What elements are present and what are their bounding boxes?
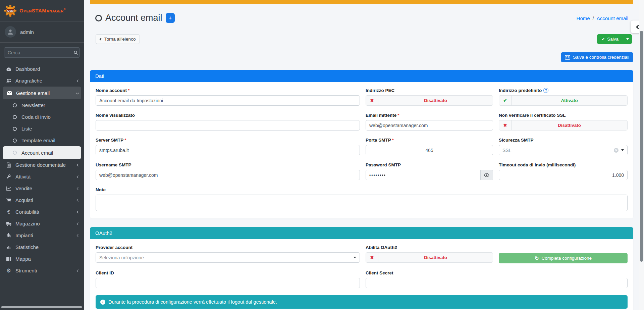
- sidebar-item-template-email[interactable]: Template email: [0, 135, 84, 146]
- circle-icon: [11, 139, 19, 143]
- nome-visualizzato-input[interactable]: [96, 120, 360, 131]
- save-and-check-credentials-button[interactable]: Salva e controlla credenziali: [561, 52, 633, 62]
- password-smtp-input[interactable]: [366, 170, 480, 180]
- sidebar-item-label: Mappa: [15, 256, 31, 262]
- chevron-left-icon: [77, 199, 79, 201]
- breadcrumb-current-link[interactable]: Account email: [597, 15, 628, 21]
- sidebar-item-magazzino[interactable]: Magazzino: [0, 218, 84, 229]
- sidebar-item-liste[interactable]: Liste: [0, 123, 84, 135]
- complete-configuration-button[interactable]: ↻ Completa configurazione: [499, 253, 628, 263]
- field-porta-smtp: Porta SMTP*: [366, 138, 493, 155]
- user-name: admin: [20, 29, 34, 35]
- brand[interactable]: OSM OpenSTAManager®: [0, 0, 84, 21]
- sicurezza-smtp-select[interactable]: SSL ✕: [499, 145, 628, 155]
- sidebar-item-account-email[interactable]: Account email: [3, 146, 81, 159]
- wrench-icon: [5, 174, 13, 179]
- selected-option-label: SSL: [502, 148, 511, 153]
- field-sicurezza-smtp: Sicurezza SMTP SSL ✕: [499, 138, 628, 155]
- search-input[interactable]: [4, 48, 72, 57]
- toggle-state-label: Disattivato: [378, 253, 493, 262]
- breadcrumb-home-link[interactable]: Home: [577, 15, 590, 21]
- field-indirizzo-predefinito: Indirizzo predefinito? ✔ Attivato: [499, 88, 628, 106]
- sidebar-item-label: Newsletter: [21, 102, 45, 108]
- sidebar-menu: DashboardAnagraficheGestione emailNewsle…: [0, 61, 84, 278]
- vertical-scrollbar-track[interactable]: [639, 0, 644, 310]
- sidebar-item-impianti[interactable]: Impianti: [0, 229, 84, 241]
- nome-account-input[interactable]: [96, 95, 360, 106]
- clear-selection-icon[interactable]: ✕: [614, 148, 619, 153]
- search-button[interactable]: [72, 48, 79, 57]
- note-textarea[interactable]: [96, 195, 628, 211]
- field-email-mittente: Email mittente*: [366, 113, 493, 131]
- caret-down-icon: [626, 38, 629, 40]
- required-asterisk: *: [397, 113, 399, 118]
- sidebar-item-label: Gestione email: [16, 90, 50, 96]
- porta-smtp-input[interactable]: [366, 145, 493, 155]
- cart-icon: [5, 198, 13, 203]
- field-note: Note: [96, 187, 628, 212]
- sidebar-item-coda-di-invio[interactable]: Coda di invio: [0, 111, 84, 123]
- field-nome-account: Nome account*: [96, 88, 360, 106]
- sidebar-item-contabilita[interactable]: €Contabilità: [0, 206, 84, 218]
- circle-icon: [11, 115, 19, 119]
- timeout-input[interactable]: [499, 170, 628, 180]
- chevron-left-icon: [77, 79, 79, 82]
- field-non-verificare-ssl: Non verificare il certificato SSL ✖ Disa…: [499, 113, 628, 131]
- client-secret-input[interactable]: [366, 278, 628, 288]
- field-provider-account: Provider account Seleziona un'opzione: [96, 245, 360, 263]
- sidebar-item-strumenti[interactable]: ⚙Strumenti: [0, 265, 84, 276]
- user-panel[interactable]: admin: [0, 21, 84, 43]
- server-smtp-input[interactable]: [96, 145, 360, 155]
- sidebar-item-statistiche[interactable]: Statistiche: [0, 241, 84, 253]
- required-asterisk: *: [124, 138, 126, 143]
- caret-down-icon: [354, 257, 356, 258]
- eye-icon: [484, 173, 489, 177]
- username-smtp-input[interactable]: [96, 170, 360, 180]
- oauth2-panel-header: OAuth2: [90, 227, 633, 239]
- vertical-scrollbar-thumb[interactable]: [640, 31, 643, 262]
- sidebar-item-attivita[interactable]: Attività: [0, 171, 84, 183]
- field-password-smtp: Password SMTP: [366, 162, 493, 180]
- breadcrumb-separator: /: [593, 15, 594, 21]
- breadcrumb: Home / Account email: [577, 15, 628, 21]
- email-mittente-input[interactable]: [366, 120, 493, 131]
- sidebar-item-mappa[interactable]: Mappa: [0, 253, 84, 265]
- circle-icon: [11, 127, 19, 131]
- sidebar-item-gestione-documentale[interactable]: Gestione documentale: [0, 159, 84, 171]
- abilita-oauth2-toggle[interactable]: ✖ Disattivato: [366, 252, 493, 263]
- client-id-input[interactable]: [96, 278, 360, 288]
- save-dropdown-button[interactable]: [623, 34, 632, 44]
- provider-account-select[interactable]: Seleziona un'opzione: [96, 252, 360, 263]
- sidebar-item-label: Gestione documentale: [15, 162, 66, 168]
- sidebar-item-label: Acquisti: [15, 197, 33, 203]
- brand-name: OpenSTAManager®: [19, 8, 66, 13]
- sidebar-item-acquisti[interactable]: Acquisti: [0, 194, 84, 206]
- address-card-icon: [565, 55, 570, 60]
- field-abilita-oauth2: Abilita OAuth2 ✖ Disattivato: [366, 245, 493, 263]
- non-verificare-ssl-toggle[interactable]: ✖ Disattivato: [499, 120, 628, 131]
- sidebar-item-label: Magazzino: [15, 221, 40, 226]
- search-icon: [73, 50, 78, 55]
- euro-icon: €: [5, 209, 13, 215]
- help-circle-icon[interactable]: ?: [543, 88, 548, 93]
- back-to-list-button[interactable]: Torna all'elenco: [96, 34, 140, 44]
- chart-line-icon: [5, 186, 13, 191]
- page-title-row: Account email +: [95, 13, 175, 23]
- indirizzo-pec-toggle[interactable]: ✖ Disattivato: [366, 95, 493, 106]
- sidebar-item-label: Attività: [15, 174, 31, 179]
- toggle-state-label: Attivato: [512, 96, 627, 105]
- field-username-smtp: Username SMTP: [96, 162, 360, 180]
- sidebar-item-dashboard[interactable]: Dashboard: [0, 63, 84, 75]
- chevron-left-icon: [77, 222, 79, 225]
- add-record-button[interactable]: +: [166, 13, 175, 23]
- indirizzo-predefinito-toggle[interactable]: ✔ Attivato: [499, 95, 628, 106]
- envelope-icon: [5, 91, 13, 95]
- refresh-icon: ↻: [535, 256, 539, 261]
- sidebar-item-newsletter[interactable]: Newsletter: [0, 99, 84, 111]
- save-button[interactable]: ✔ Salva: [597, 34, 623, 44]
- sidebar-item-gestione-email[interactable]: Gestione email: [3, 87, 81, 99]
- sidebar-item-anagrafiche[interactable]: Anagrafiche: [0, 75, 84, 87]
- sidebar-horizontal-scrollbar[interactable]: [1, 306, 82, 308]
- sidebar-item-vendite[interactable]: Vendite: [0, 183, 84, 194]
- show-password-button[interactable]: [480, 170, 493, 180]
